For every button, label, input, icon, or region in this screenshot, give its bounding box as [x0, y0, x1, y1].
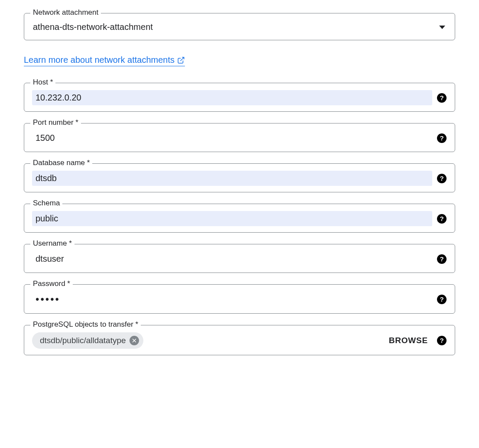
learn-more-text: Learn more about network attachments	[24, 55, 175, 65]
host-field-group: Host * ?	[24, 83, 455, 112]
network-attachment-label: Network attachment	[30, 8, 101, 17]
help-icon[interactable]: ?	[437, 335, 447, 346]
help-icon[interactable]: ?	[437, 214, 447, 224]
objects-field-group: PostgreSQL objects to transfer * dtsdb/p…	[24, 325, 455, 355]
object-chip: dtsdb/public/alldatatype	[32, 332, 143, 349]
host-label: Host *	[30, 78, 55, 87]
database-field-group: Database name * ?	[24, 163, 455, 192]
password-field-group: Password * ••••• ?	[24, 284, 455, 314]
schema-field-group: Schema ?	[24, 204, 455, 233]
password-label: Password *	[30, 279, 73, 288]
svg-line-0	[180, 57, 184, 61]
port-input[interactable]	[32, 130, 432, 146]
help-icon[interactable]: ?	[437, 294, 447, 305]
learn-more-link[interactable]: Learn more about network attachments	[24, 55, 185, 66]
network-attachment-value: athena-dts-network-attachment	[32, 20, 435, 34]
browse-button[interactable]: BROWSE	[385, 333, 432, 348]
database-label: Database name *	[30, 159, 92, 167]
username-label: Username *	[30, 239, 74, 248]
schema-input[interactable]	[32, 211, 432, 226]
schema-label: Schema	[30, 199, 62, 208]
help-icon[interactable]: ?	[437, 173, 447, 184]
port-field-group: Port number * ?	[24, 123, 455, 152]
help-icon[interactable]: ?	[437, 93, 447, 103]
svg-text:?: ?	[440, 337, 443, 344]
objects-chip-container: dtsdb/public/alldatatype	[32, 332, 380, 349]
database-input[interactable]	[32, 171, 432, 186]
network-attachment-select[interactable]: Network attachment athena-dts-network-at…	[24, 13, 455, 40]
svg-text:?: ?	[440, 94, 443, 101]
object-chip-text: dtsdb/public/alldatatype	[40, 336, 126, 345]
svg-text:?: ?	[440, 215, 443, 222]
username-input[interactable]	[32, 251, 432, 266]
svg-text:?: ?	[440, 295, 443, 303]
svg-text:?: ?	[440, 175, 443, 182]
close-icon[interactable]	[129, 336, 139, 345]
username-field-group: Username * ?	[24, 244, 455, 273]
svg-text:?: ?	[440, 255, 443, 263]
external-link-icon	[177, 56, 185, 64]
host-input[interactable]	[32, 90, 432, 105]
help-icon[interactable]: ?	[437, 254, 447, 264]
chevron-down-icon	[439, 26, 445, 29]
objects-label: PostgreSQL objects to transfer *	[30, 320, 141, 329]
svg-text:?: ?	[440, 134, 443, 142]
help-icon[interactable]: ?	[437, 133, 447, 143]
port-label: Port number *	[30, 118, 81, 127]
password-input[interactable]: •••••	[32, 292, 432, 307]
